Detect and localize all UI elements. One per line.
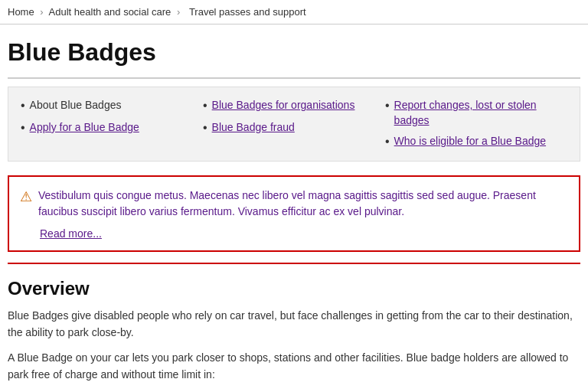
alert-header: ⚠ Vestibulum quis congue metus. Maecenas… bbox=[20, 188, 568, 220]
nav-bullet-3: • bbox=[203, 98, 207, 114]
alert-box: ⚠ Vestibulum quis congue metus. Maecenas… bbox=[8, 175, 580, 252]
breadcrumb-home[interactable]: Home bbox=[8, 6, 34, 18]
warning-icon: ⚠ bbox=[20, 188, 32, 205]
breadcrumb: Home › Adult health and social care › Tr… bbox=[0, 0, 588, 24]
nav-section: • About Blue Badges • Apply for a Blue B… bbox=[8, 87, 580, 162]
nav-item-eligible: • Who is eligible for a Blue Badge bbox=[385, 134, 567, 150]
overview-para-1: Blue Badges give disabled people who rel… bbox=[8, 307, 580, 341]
breadcrumb-current: Travel passes and support bbox=[189, 6, 306, 18]
overview-title: Overview bbox=[8, 278, 580, 299]
nav-link-report[interactable]: Report changes, lost or stolen badges bbox=[394, 98, 567, 128]
nav-link-fraud[interactable]: Blue Badge fraud bbox=[212, 120, 295, 136]
nav-col-3: • Report changes, lost or stolen badges … bbox=[385, 98, 567, 150]
nav-bullet-1: • bbox=[21, 98, 25, 114]
nav-col-2: • Blue Badges for organisations • Blue B… bbox=[203, 98, 385, 150]
nav-item-apply: • Apply for a Blue Badge bbox=[21, 120, 203, 136]
nav-item-fraud: • Blue Badge fraud bbox=[203, 120, 385, 136]
breadcrumb-sep-1: › bbox=[40, 6, 43, 18]
readmore-link[interactable]: Read more... bbox=[40, 227, 102, 240]
nav-link-organisations[interactable]: Blue Badges for organisations bbox=[212, 98, 355, 113]
alert-readmore: Read more... bbox=[40, 227, 568, 240]
nav-label-about: About Blue Badges bbox=[30, 98, 122, 113]
nav-item-report: • Report changes, lost or stolen badges bbox=[385, 98, 567, 128]
nav-bullet-4: • bbox=[203, 120, 207, 136]
overview-para-2: A Blue Badge on your car lets you park c… bbox=[8, 349, 580, 384]
breadcrumb-adult[interactable]: Adult health and social care bbox=[49, 6, 172, 18]
page-title: Blue Badges bbox=[8, 38, 580, 79]
nav-bullet-5: • bbox=[385, 98, 390, 114]
nav-item-organisations: • Blue Badges for organisations bbox=[203, 98, 385, 114]
nav-bullet-2: • bbox=[21, 120, 25, 136]
main-content: Blue Badges • About Blue Badges • Apply … bbox=[0, 38, 588, 384]
breadcrumb-sep-2: › bbox=[177, 6, 180, 18]
nav-item-about: • About Blue Badges bbox=[21, 98, 203, 114]
nav-link-apply[interactable]: Apply for a Blue Badge bbox=[30, 120, 139, 136]
nav-link-eligible[interactable]: Who is eligible for a Blue Badge bbox=[394, 134, 546, 149]
nav-bullet-6: • bbox=[385, 134, 390, 150]
section-divider bbox=[8, 263, 580, 264]
nav-col-1: • About Blue Badges • Apply for a Blue B… bbox=[21, 98, 203, 150]
alert-text: Vestibulum quis congue metus. Maecenas n… bbox=[38, 188, 568, 220]
